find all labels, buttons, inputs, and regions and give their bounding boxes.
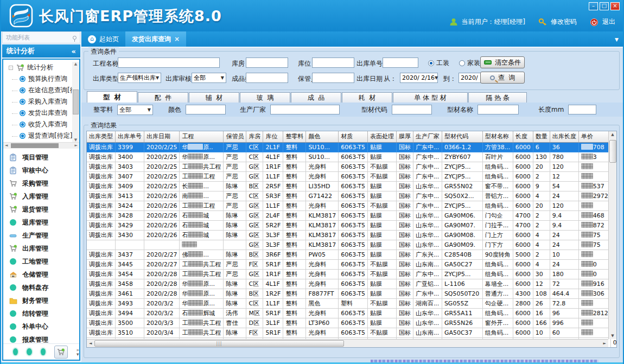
material-tab-3[interactable]: 辅 材: [189, 92, 239, 103]
tab-home[interactable]: ⌂ 起始页: [81, 31, 125, 47]
collapse-icon[interactable]: «: [72, 47, 76, 55]
order-no-input[interactable]: [383, 58, 418, 68]
profile-name-input[interactable]: [477, 105, 519, 114]
column-header-生产厂家[interactable]: 生产厂家: [413, 131, 442, 142]
table-row[interactable]: 调拨出库33992020/2/25华原..严思C区2L1F整料SU10...60…: [87, 142, 617, 152]
table-row[interactable]: 调拨出库34372020/2/27佛...陈琳B区3R6F整料PW056063-…: [87, 250, 617, 259]
table-row[interactable]: 调拨出库34002020/2/25华原...严思C区4L1F整料SU10...6…: [87, 152, 617, 162]
table-row[interactable]: 调拨出库34302020/2/26石城陈琳G区3L3F整料KLM38176063…: [87, 230, 617, 240]
column-header-型材名称[interactable]: 型材名称: [482, 131, 513, 142]
table-row[interactable]: 调拨出库34932020/3/2华原...陈琳C区1L1F整料黑色塑料不贴膜国标…: [87, 298, 617, 308]
table-row[interactable]: 调拨出库34582020/2/28华原...陈琳C区4L1F整料光身料6063-…: [87, 279, 617, 289]
sidebar-item-财务管理[interactable]: 财务管理: [3, 294, 79, 307]
column-header-膜厚[interactable]: 膜厚: [396, 131, 413, 142]
table-row[interactable]: 调拨出库34292020/2/26石城陈琳G区5R2F整料KLM38176063…: [87, 220, 617, 230]
column-header-保管员[interactable]: 保管员: [224, 131, 246, 142]
table-row[interactable]: G区3L3F整料KLM38176063-T5贴膜国标山东华...GA90M09.…: [87, 240, 617, 250]
scroll-down-icon[interactable]: ▼: [74, 138, 77, 142]
maximize-button[interactable]: □: [600, 2, 609, 10]
table-row[interactable]: 调拨出库34542020/2/28工共工程严思G区1R1F整料光身料6063-T…: [87, 269, 617, 279]
product-type-input[interactable]: [246, 73, 288, 83]
column-header-出库日期[interactable]: 出库日期: [144, 131, 180, 142]
sidebar-item-结转管理[interactable]: 结转管理: [3, 307, 79, 320]
tab-close-icon[interactable]: ×: [174, 35, 180, 43]
tab-list-dropdown-icon[interactable]: ▼: [615, 37, 619, 42]
clear-conditions-button[interactable]: 清空条件: [480, 56, 525, 68]
scroll-thumb[interactable]: |||: [94, 340, 344, 347]
sidebar-item-出库管理[interactable]: 出库管理: [3, 242, 79, 255]
logout-link[interactable]: 退出: [602, 17, 615, 27]
out-type-select[interactable]: 生产领料出库▼: [118, 73, 161, 83]
cart-shortcut-button[interactable]: [54, 346, 68, 359]
column-header-库位[interactable]: 库位: [263, 131, 283, 142]
scroll-left-icon[interactable]: ◄: [5, 143, 8, 148]
whole-piece-select[interactable]: 全部▼: [117, 105, 153, 115]
material-tab-7[interactable]: 单 体 型 材: [393, 92, 468, 103]
table-vertical-scrollbar[interactable]: ▲ ▼: [608, 131, 616, 339]
column-header-数量[interactable]: 数量: [533, 131, 550, 142]
sidebar-overflow-button[interactable]: »▾: [77, 348, 80, 356]
sidebar-item-退库管理[interactable]: 退库管理: [3, 216, 79, 229]
column-header-材质[interactable]: 材质: [339, 131, 368, 142]
project-name-input[interactable]: [118, 58, 220, 68]
search-button[interactable]: 查 询: [480, 72, 525, 84]
sidebar-item-物料盘存[interactable]: 物料盘存: [3, 281, 79, 294]
column-header-工程[interactable]: 工程: [180, 131, 224, 142]
table-row[interactable]: 调拨出库34242020/2/26工工程严思G区1L1F整料光身料6063-T5…: [87, 201, 617, 210]
column-header-长度[interactable]: 长度: [513, 131, 533, 142]
radio-gongzhuang[interactable]: 工装: [428, 59, 449, 68]
tree-horizontal-scrollbar[interactable]: ◄ ►: [3, 142, 79, 149]
radio-jiazhuang[interactable]: 家装: [459, 59, 480, 68]
tree-item[interactable]: 在途信息查询[待: [3, 85, 79, 96]
length-input[interactable]: [568, 105, 596, 114]
circle-icon[interactable]: [13, 348, 18, 355]
sidebar-item-生产管理[interactable]: 生产管理: [3, 229, 79, 242]
tab-shipment-outbound-query[interactable]: 发货出库查询 ×: [125, 31, 186, 47]
table-row[interactable]: 调拨出库34612020/2/28华原...陈琳B区1R2F整料F8877FT6…: [87, 289, 617, 298]
table-horizontal-scrollbar[interactable]: ◄ ||| ►: [87, 339, 608, 347]
close-button[interactable]: ×: [610, 2, 620, 10]
material-tab-2[interactable]: 配 件: [138, 92, 188, 103]
material-tab-5[interactable]: 成 品: [291, 92, 341, 103]
keeper-input[interactable]: [312, 73, 354, 83]
sidebar-item-工地管理[interactable]: 工地管理: [3, 255, 79, 268]
sidebar-item-退货管理[interactable]: 退货管理: [3, 203, 79, 216]
color-input[interactable]: [186, 105, 226, 114]
stats-section-header[interactable]: 统计分析 «: [2, 44, 80, 58]
column-header-整零料[interactable]: 整零料: [283, 131, 306, 142]
tree-item[interactable]: 退货查询[待定]: [3, 130, 79, 142]
sidebar-item-报废管理[interactable]: 报废管理: [3, 333, 79, 343]
scroll-left-icon[interactable]: ◄: [89, 341, 92, 346]
material-tab-1[interactable]: 型 材: [87, 91, 137, 103]
scroll-right-icon[interactable]: ►: [75, 143, 78, 148]
table-row[interactable]: 调拨出库34942020/3/2石辉城汤伟M区5R1F整料光身料6063-T5贴…: [87, 308, 617, 318]
pin-icon[interactable]: [73, 36, 77, 40]
table-row[interactable]: 调拨出库34072020/2/25工工程严思G区1L1F整料光身料6063-T5…: [87, 171, 617, 181]
column-header-出库类型[interactable]: 出库类型: [87, 131, 116, 142]
tree-root-stats[interactable]: - 统计分析: [3, 62, 79, 73]
sidebar-item-入库管理[interactable]: 入库管理: [3, 190, 79, 203]
sidebar-item-采购管理[interactable]: 采购管理: [3, 177, 79, 190]
circle-icon[interactable]: [27, 348, 31, 355]
location-input[interactable]: [312, 58, 354, 68]
sidebar-item-仓储管理[interactable]: 仓储管理: [3, 268, 79, 281]
scroll-right-icon[interactable]: ►: [603, 341, 606, 346]
tree-item[interactable]: 收货入库查询: [3, 119, 79, 130]
table-row[interactable]: 调拨出库34032020/2/25工共工程严思G区1R1F整料光身料6063-T…: [87, 162, 617, 171]
date-from-picker[interactable]: 2020/ 2/16▼: [400, 73, 438, 83]
change-password-link[interactable]: 修改密码: [551, 17, 577, 27]
tree-item[interactable]: 预算执行查询: [3, 73, 79, 85]
scroll-thumb[interactable]: [609, 140, 616, 163]
audit-select[interactable]: 全部▼: [192, 73, 226, 83]
circle-icon[interactable]: [41, 348, 46, 355]
scroll-thumb[interactable]: [11, 143, 59, 148]
tree-vertical-scrollbar[interactable]: ▲ ▼: [72, 62, 79, 142]
scroll-down-icon[interactable]: ▼: [611, 334, 614, 338]
tree-item[interactable]: 采购入库查询: [3, 96, 79, 107]
scroll-up-icon[interactable]: ▲: [611, 132, 614, 137]
sidebar-item-项目管理[interactable]: 项目管理: [3, 151, 79, 164]
tree-expander-icon[interactable]: -: [9, 66, 13, 70]
tree-item[interactable]: 发货出库查询: [3, 107, 79, 119]
profile-code-input[interactable]: [392, 105, 432, 114]
sidebar-item-审核中心[interactable]: 审核中心: [3, 164, 79, 177]
